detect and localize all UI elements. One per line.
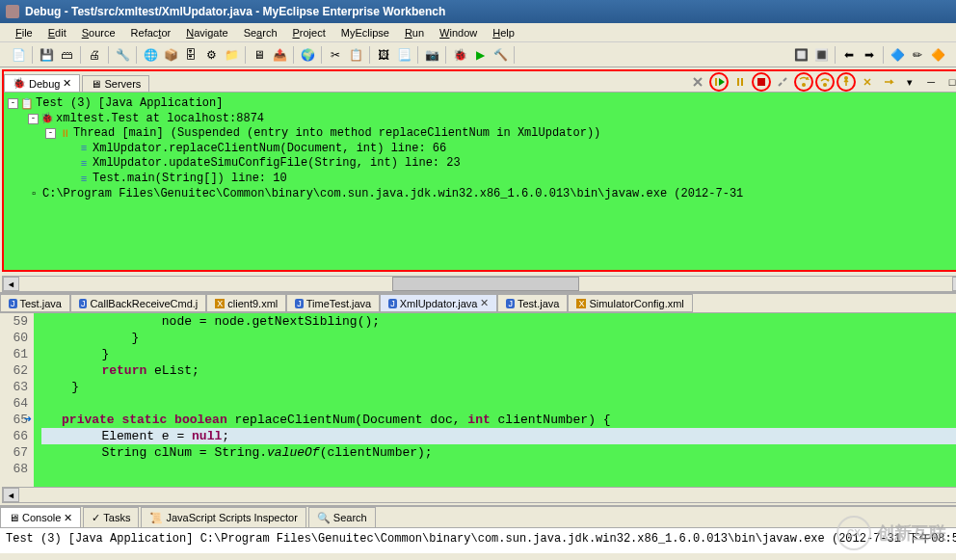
stackframe-icon: ≡ — [78, 173, 90, 185]
debug-tree[interactable]: -📋Test (3) [Java Application] -🐞xmltest.… — [4, 93, 956, 270]
code-line[interactable]: Element e = null; — [41, 428, 956, 444]
step-filters-icon[interactable] — [879, 73, 898, 91]
console-output[interactable]: Test (3) [Java Application] C:\Program F… — [0, 528, 956, 553]
disconnect-icon[interactable] — [773, 73, 792, 91]
code-line[interactable]: } — [41, 379, 956, 395]
code-line[interactable]: node = node.getNextSibling(); — [41, 313, 956, 330]
terminate-button[interactable] — [752, 72, 771, 92]
editor-hscroll[interactable]: ◄ — [2, 487, 956, 503]
code-line[interactable] — [41, 461, 956, 477]
resume-button[interactable] — [709, 72, 729, 92]
p3-icon[interactable]: 🔶 — [929, 46, 946, 64]
perspective-icon[interactable]: 🔲 — [792, 46, 810, 64]
editor-tab[interactable]: XSimulatorConfig.xml — [568, 294, 692, 312]
menu-window[interactable]: Window — [434, 25, 483, 40]
console-tab[interactable]: 🖥Console ✕ — [0, 507, 81, 527]
editor-tab[interactable]: JTest.java — [497, 294, 568, 312]
menu-search[interactable]: Search — [238, 25, 283, 40]
ext-tools-icon[interactable]: 🔨 — [491, 46, 509, 64]
process-label[interactable]: C:\Program Files\Genuitec\Common\binary\… — [42, 187, 743, 202]
code-line[interactable]: ➜ private static boolean replaceClientNu… — [41, 412, 956, 428]
console-tab[interactable]: 🔍Search — [308, 507, 376, 527]
gear-icon[interactable]: ⚙ — [202, 46, 220, 64]
new-icon[interactable]: 📄 — [10, 46, 27, 64]
thread-label[interactable]: Thread [main] (Suspended (entry into met… — [73, 126, 600, 142]
code-editor[interactable]: 59606162636465666768 node = node.getNext… — [0, 313, 956, 487]
deploy-icon[interactable]: 📤 — [271, 46, 288, 64]
editor-tab[interactable]: JTest.java — [0, 294, 70, 312]
expander-icon[interactable]: - — [45, 128, 56, 139]
step-into-button[interactable] — [794, 72, 813, 92]
cut-icon[interactable]: ✂ — [327, 46, 344, 64]
image-icon[interactable]: 🖼 — [375, 46, 392, 64]
folder-icon[interactable]: 📁 — [223, 46, 240, 64]
menu-source[interactable]: Source — [76, 25, 121, 40]
debug-launch-icon[interactable]: 🐞 — [451, 46, 468, 64]
menu-run[interactable]: Run — [399, 25, 430, 40]
editor-tab[interactable]: Xclient9.xml — [206, 294, 286, 312]
menu-project[interactable]: Project — [287, 25, 332, 40]
code-line[interactable]: } — [41, 346, 956, 362]
code-line[interactable]: String clNum = String.valueOf(clientNumb… — [41, 444, 956, 461]
menu-refactor[interactable]: Refactor — [125, 25, 177, 40]
code-line[interactable] — [41, 395, 956, 412]
maximize-icon[interactable]: □ — [943, 73, 956, 91]
expander-icon[interactable]: - — [8, 98, 18, 109]
scroll-thumb[interactable] — [392, 277, 579, 291]
open-perspective-icon[interactable]: 🔳 — [812, 46, 830, 64]
menu-help[interactable]: Help — [487, 25, 520, 40]
code-line[interactable]: } — [41, 330, 956, 346]
scroll-left-icon[interactable]: ◄ — [3, 488, 19, 502]
run-launch-icon[interactable]: ▶ — [471, 46, 489, 64]
menu-myeclipse[interactable]: MyEclipse — [335, 25, 395, 40]
drop-frame-icon[interactable] — [858, 73, 877, 91]
tab-servers[interactable]: 🖥Servers — [82, 75, 149, 92]
copy-icon[interactable]: 📋 — [347, 46, 364, 64]
save-all-icon[interactable]: 🗃 — [58, 46, 75, 64]
forward-icon[interactable]: ➡ — [861, 46, 878, 64]
editor-tab[interactable]: JXmlUpdator.java ✕ — [380, 294, 497, 312]
console-tab[interactable]: 📜JavaScript Scripts Inspector — [141, 507, 305, 527]
console-tab[interactable]: ✓Tasks — [83, 507, 139, 527]
close-icon[interactable]: ✕ — [64, 512, 72, 524]
view-menu-icon[interactable]: ▾ — [900, 73, 919, 91]
debug-hscroll[interactable]: ◄ ► — [2, 276, 956, 292]
close-icon[interactable]: ✕ — [480, 297, 489, 309]
editor-tab[interactable]: JTimeTest.java — [286, 294, 380, 312]
tool-icon[interactable]: 🔧 — [114, 46, 131, 64]
menu-navigate[interactable]: Navigate — [180, 25, 233, 40]
scroll-left-icon[interactable]: ◄ — [3, 277, 19, 291]
launch-label[interactable]: Test (3) [Java Application] — [36, 96, 223, 112]
svg-point-4 — [802, 83, 806, 87]
menu-edit[interactable]: Edit — [42, 25, 72, 40]
browser-icon[interactable]: 🌍 — [299, 46, 316, 64]
globe-icon[interactable]: 🌐 — [142, 46, 159, 64]
frame-label[interactable]: Test.main(String[]) line: 10 — [93, 172, 287, 187]
package-icon[interactable]: 📦 — [162, 46, 179, 64]
suspend-icon[interactable] — [730, 73, 750, 91]
menu-file[interactable]: File — [10, 25, 39, 40]
expander-icon[interactable]: - — [28, 114, 39, 124]
p1-icon[interactable]: 🔷 — [889, 46, 906, 64]
close-icon[interactable]: ✕ — [63, 77, 71, 90]
remove-terminated-icon[interactable] — [688, 73, 707, 91]
minimize-icon[interactable]: ─ — [921, 73, 941, 91]
tab-debug[interactable]: 🐞Debug ✕ — [4, 74, 80, 92]
frame-label[interactable]: XmlUpdator.updateSimuConfigFile(String, … — [93, 156, 461, 172]
print-icon[interactable]: 🖨 — [86, 46, 103, 64]
code-line[interactable]: return eList; — [41, 362, 956, 379]
camera-icon[interactable]: 📷 — [423, 46, 440, 64]
stackframe-icon: ≡ — [78, 158, 90, 170]
back-icon[interactable]: ⬅ — [840, 46, 858, 64]
target-label[interactable]: xmltest.Test at localhost:8874 — [56, 112, 264, 127]
step-over-button[interactable] — [815, 72, 835, 92]
editor-tab[interactable]: JCallBackReceiveCmd.j — [70, 294, 206, 312]
step-return-button[interactable] — [836, 72, 856, 92]
scroll-right-icon[interactable]: ► — [952, 277, 956, 291]
p2-icon[interactable]: ✏ — [909, 46, 926, 64]
server-icon[interactable]: 🖥 — [251, 46, 268, 64]
doc-icon[interactable]: 📃 — [395, 46, 412, 64]
db-icon[interactable]: 🗄 — [182, 46, 199, 64]
frame-label[interactable]: XmlUpdator.replaceClientNum(Document, in… — [93, 142, 446, 157]
save-icon[interactable]: 💾 — [38, 46, 55, 64]
